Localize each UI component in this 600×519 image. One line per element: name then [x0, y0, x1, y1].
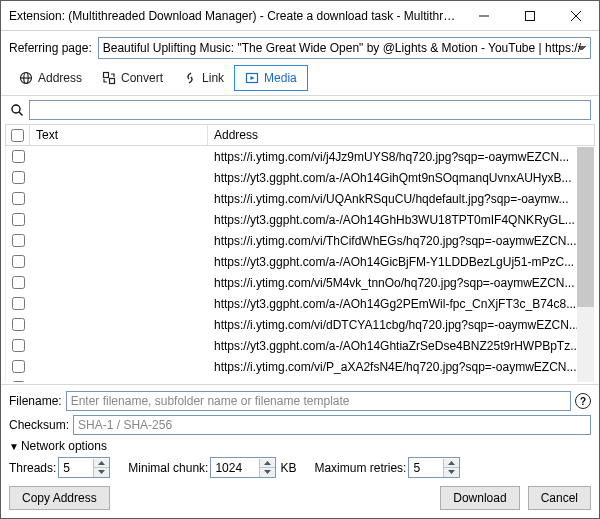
- scrollbar-thumb[interactable]: [577, 147, 594, 307]
- spin-down-icon[interactable]: [260, 468, 275, 477]
- row-address: https://i.ytimg.com/vi/ThCifdWhEGs/hq720…: [208, 234, 595, 248]
- retries-spinner[interactable]: [408, 457, 460, 478]
- table-row[interactable]: https://yt3.ggpht.com/a-/AOh14GicBjFM-Y1…: [6, 251, 595, 272]
- row-checkbox[interactable]: [12, 381, 25, 382]
- tab-address[interactable]: Address: [9, 66, 92, 90]
- search-input[interactable]: [29, 100, 591, 120]
- filename-input[interactable]: [66, 391, 571, 411]
- referring-page-select[interactable]: Beautiful Uplifting Music: "The Great Wi…: [98, 37, 591, 59]
- filename-label: Filename:: [9, 394, 62, 408]
- help-icon[interactable]: ?: [575, 393, 591, 409]
- row-checkbox[interactable]: [12, 234, 25, 247]
- row-checkbox[interactable]: [12, 297, 25, 310]
- maximize-button[interactable]: [507, 1, 553, 31]
- svg-rect-8: [110, 79, 115, 84]
- threads-label: Threads:: [9, 461, 56, 475]
- tab-label: Link: [202, 71, 224, 85]
- column-header-text[interactable]: Text: [30, 125, 208, 145]
- retries-input[interactable]: [409, 460, 443, 476]
- collapse-triangle-icon: ▼: [9, 441, 19, 452]
- vertical-scrollbar[interactable]: [577, 147, 594, 382]
- spin-down-icon[interactable]: [444, 468, 459, 477]
- row-address: https://i.ytimg.com/vi/5M4vk_tnnOo/hq720…: [208, 276, 595, 290]
- column-header-address[interactable]: Address: [208, 125, 594, 145]
- tab-media[interactable]: Media: [234, 65, 308, 91]
- link-icon: [183, 71, 197, 85]
- download-button[interactable]: Download: [440, 486, 519, 510]
- table-row[interactable]: https://i.ytimg.com/vi/P_aXA2fsN4E/hq720…: [6, 356, 595, 377]
- url-table: Text Address https://i.ytimg.com/vi/j4Jz…: [5, 124, 595, 384]
- network-options-label: Network options: [21, 439, 107, 453]
- row-address: https://i.ytimg.com/vi/P_aXA2fsN4E/hq720…: [208, 360, 595, 374]
- table-row[interactable]: https://i.ytimg.com/vi/j4Jz9mUYS8/hq720.…: [6, 146, 595, 167]
- spin-down-icon[interactable]: [94, 468, 109, 477]
- tab-link[interactable]: Link: [173, 66, 234, 90]
- select-all-cell[interactable]: [6, 125, 30, 145]
- row-address: https://yt3.ggpht.com/a-/AOh14Gg2PEmWil-…: [208, 297, 595, 311]
- svg-marker-13: [98, 461, 105, 465]
- row-checkbox[interactable]: [12, 318, 25, 331]
- svg-marker-15: [264, 461, 271, 465]
- row-checkbox[interactable]: [12, 339, 25, 352]
- convert-icon: [102, 71, 116, 85]
- row-checkbox[interactable]: [12, 150, 25, 163]
- row-address: https://i.ytimg.com/vi/dDTCYA11cbg/hq720…: [208, 318, 595, 332]
- row-address: https://i.ytimg.com/vi/j4Jz9mUYS8/hq720.…: [208, 150, 595, 164]
- minimize-button[interactable]: [461, 1, 507, 31]
- svg-rect-1: [526, 11, 535, 20]
- titlebar: Extension: (Multithreaded Download Manag…: [1, 1, 599, 31]
- checksum-label: Checksum:: [9, 418, 69, 432]
- row-address: https://yt3.ggpht.com/a-/AOh14GihQmt9nSO…: [208, 171, 595, 185]
- table-row[interactable]: https://yt3.ggpht.com/a-/AOh14GhtiaZrSeD…: [6, 335, 595, 356]
- copy-address-button[interactable]: Copy Address: [9, 486, 110, 510]
- select-all-checkbox[interactable]: [11, 129, 24, 142]
- referring-page-label: Referring page:: [9, 41, 92, 55]
- network-options-toggle[interactable]: ▼ Network options: [9, 439, 591, 453]
- checksum-input[interactable]: [73, 415, 591, 435]
- tab-label: Media: [264, 71, 297, 85]
- table-row[interactable]: https://i.ytimg.com/vi/dDTCYA11cbg/hq720…: [6, 314, 595, 335]
- svg-rect-7: [104, 73, 109, 78]
- retries-label: Maximum retries:: [314, 461, 406, 475]
- window-title: Extension: (Multithreaded Download Manag…: [9, 9, 461, 23]
- table-row[interactable]: https://yt3.ggpht.com/a-/AOh14Gg8_lCGn_7…: [6, 377, 595, 382]
- search-row: [1, 96, 599, 124]
- table-row[interactable]: https://i.ytimg.com/vi/UQAnkRSquCU/hqdef…: [6, 188, 595, 209]
- table-row[interactable]: https://i.ytimg.com/vi/5M4vk_tnnOo/hq720…: [6, 272, 595, 293]
- row-address: https://i.ytimg.com/vi/UQAnkRSquCU/hqdef…: [208, 192, 595, 206]
- filename-row: Filename: ?: [9, 391, 591, 411]
- media-icon: [245, 71, 259, 85]
- search-icon: [9, 102, 25, 118]
- row-checkbox[interactable]: [12, 192, 25, 205]
- table-row[interactable]: https://i.ytimg.com/vi/ThCifdWhEGs/hq720…: [6, 230, 595, 251]
- tab-label: Address: [38, 71, 82, 85]
- threads-input[interactable]: [59, 460, 93, 476]
- spin-up-icon[interactable]: [260, 459, 275, 468]
- referring-page-row: Referring page: Beautiful Uplifting Musi…: [1, 31, 599, 65]
- row-checkbox[interactable]: [12, 276, 25, 289]
- tab-convert[interactable]: Convert: [92, 66, 173, 90]
- row-checkbox[interactable]: [12, 255, 25, 268]
- svg-marker-10: [251, 76, 255, 80]
- spin-up-icon[interactable]: [94, 459, 109, 468]
- cancel-button[interactable]: Cancel: [528, 486, 591, 510]
- globe-icon: [19, 71, 33, 85]
- table-row[interactable]: https://yt3.ggpht.com/a-/AOh14GhHb3WU18T…: [6, 209, 595, 230]
- svg-marker-16: [264, 470, 271, 474]
- table-row[interactable]: https://yt3.ggpht.com/a-/AOh14GihQmt9nSO…: [6, 167, 595, 188]
- bottom-panel: Filename: ? Checksum: ▼ Network options …: [1, 384, 599, 518]
- chunk-input[interactable]: [211, 460, 259, 476]
- row-checkbox[interactable]: [12, 360, 25, 373]
- spin-up-icon[interactable]: [444, 459, 459, 468]
- svg-point-11: [12, 105, 20, 113]
- button-row: Copy Address Download Cancel: [9, 486, 591, 510]
- close-button[interactable]: [553, 1, 599, 31]
- row-address: https://yt3.ggpht.com/a-/AOh14GhHb3WU18T…: [208, 213, 595, 227]
- chunk-spinner[interactable]: [210, 457, 276, 478]
- table-row[interactable]: https://yt3.ggpht.com/a-/AOh14Gg2PEmWil-…: [6, 293, 595, 314]
- row-checkbox[interactable]: [12, 171, 25, 184]
- svg-line-12: [19, 112, 23, 116]
- table-body: https://i.ytimg.com/vi/j4Jz9mUYS8/hq720.…: [5, 146, 595, 382]
- row-checkbox[interactable]: [12, 213, 25, 226]
- threads-spinner[interactable]: [58, 457, 110, 478]
